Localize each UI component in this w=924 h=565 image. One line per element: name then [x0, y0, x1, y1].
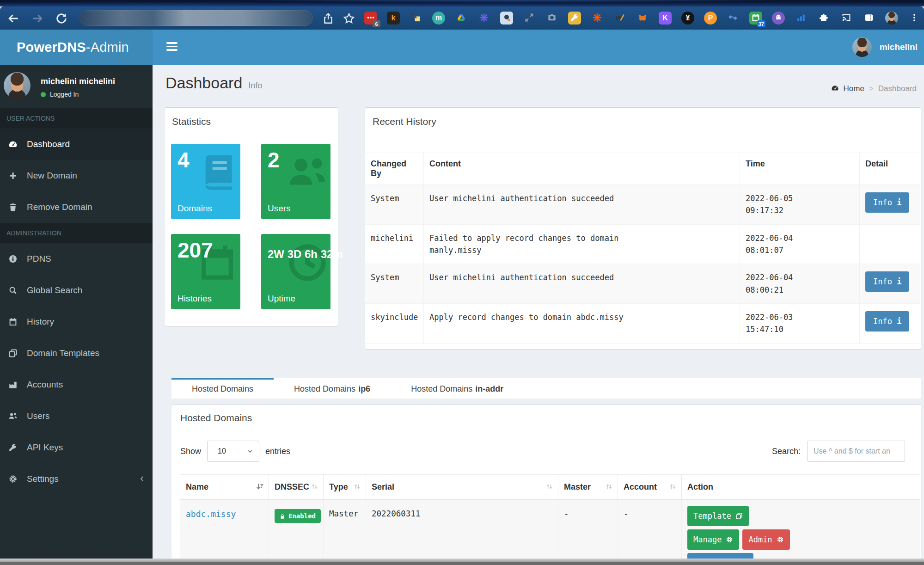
domains-column-dnssec[interactable]: DNSSEC: [269, 475, 324, 499]
highlighter-note-icon[interactable]: [409, 11, 423, 25]
sidebar-nav: USER ACTIONS Dashboard New Domain Remove…: [0, 108, 153, 495]
tab-hosted-domains[interactable]: Hosted Domains: [171, 378, 274, 399]
extensions-puzzle-icon[interactable]: [817, 11, 831, 25]
search-input[interactable]: [808, 441, 905, 462]
tab-hosted-domains-ip6[interactable]: Hosted Domainsip6: [274, 378, 391, 399]
navbar-avatar: [852, 37, 872, 57]
fist-photo-icon[interactable]: [500, 11, 514, 25]
chevron-down-icon: [247, 448, 253, 455]
sidebar-toggle-icon[interactable]: [166, 42, 177, 51]
admin-button[interactable]: Admin: [742, 529, 789, 550]
profile-avatar-icon[interactable]: [885, 11, 899, 25]
sidebar-user-name: michelini michelini: [41, 77, 115, 86]
stat-card-histories[interactable]: 207 Histories: [171, 234, 240, 309]
forward-icon[interactable]: [31, 12, 43, 24]
history-row: michelini Failed to apply record changes…: [365, 225, 920, 264]
keywords-everywhere-icon[interactable]: k: [386, 11, 400, 25]
history-time: 2022-06-0315:47:10: [740, 304, 860, 343]
domains-column-action[interactable]: Action: [682, 475, 920, 499]
recent-history-title: Recent History: [365, 108, 921, 135]
bookmark-star-icon[interactable]: [343, 12, 355, 24]
screenshot-camera-icon[interactable]: [545, 11, 559, 25]
gear-icon: [777, 535, 784, 544]
history-changed-by: skyinclude: [365, 304, 424, 343]
share-icon[interactable]: [322, 12, 334, 24]
search-row: Search:: [772, 441, 905, 462]
sidebar-item-settings[interactable]: Settings: [0, 463, 153, 495]
sort-icon[interactable]: [545, 482, 553, 492]
sidebar-item-new-domain[interactable]: New Domain: [0, 160, 153, 191]
page-size-select[interactable]: 10: [207, 441, 259, 462]
address-bar[interactable]: [80, 10, 313, 26]
history-column-detail: Detail: [860, 153, 920, 184]
info-button[interactable]: Info i: [865, 311, 909, 332]
desktop-wallpaper: [0, 0, 924, 6]
sidebar-item-domain-templates[interactable]: Domain Templates: [0, 338, 153, 369]
calendar-extension-icon[interactable]: 37: [749, 11, 763, 25]
stat-card-users[interactable]: 2 Users: [261, 144, 330, 219]
refresh-icon[interactable]: [55, 12, 67, 24]
k-purple-icon[interactable]: K: [658, 11, 672, 25]
statistics-title: Statistics: [165, 108, 338, 135]
manage-button[interactable]: Manage: [687, 529, 739, 550]
tab-hosted-domains-in-addr[interactable]: Hosted Domainsin-addr: [391, 378, 524, 399]
domains-column-serial[interactable]: Serial: [366, 475, 558, 499]
fullscreen-arrows-icon[interactable]: [522, 11, 536, 25]
sidebar-item-pdns[interactable]: PDNS: [0, 243, 153, 275]
purple-flower-icon[interactable]: [477, 11, 491, 25]
sort-icon[interactable]: [311, 482, 318, 492]
domains-column-master[interactable]: Master: [558, 475, 618, 499]
sidebar-item-remove-domain[interactable]: Remove Domain: [0, 191, 153, 223]
sidebar-item-dashboard[interactable]: Dashboard: [0, 129, 153, 160]
domain-link[interactable]: abdc.missy: [186, 509, 236, 519]
black-coin-icon[interactable]: ¥: [681, 11, 695, 25]
sort-icon[interactable]: [353, 482, 361, 492]
stat-label: Histories: [177, 294, 212, 304]
sidebar-item-api-keys[interactable]: API Keys: [0, 432, 153, 463]
sidebar-user-status: Logged In: [41, 91, 115, 98]
breadcrumb-home-link[interactable]: Home: [844, 84, 864, 93]
template-button[interactable]: Template: [687, 506, 749, 526]
history-row: System User michelini authentication suc…: [365, 185, 920, 225]
w-pencil-icon[interactable]: w: [613, 11, 627, 25]
back-icon[interactable]: [7, 12, 19, 24]
industry-icon: [7, 380, 19, 389]
sidebar-item-history[interactable]: History: [0, 306, 153, 338]
domains-column-type[interactable]: Type: [324, 475, 366, 499]
sort-active-icon[interactable]: [256, 482, 264, 492]
app-logo[interactable]: PowerDNS-Admin: [0, 30, 153, 65]
metamask-fox-icon[interactable]: [636, 11, 649, 25]
side-panel-icon[interactable]: [862, 11, 876, 25]
sidebar-item-users[interactable]: Users: [0, 400, 153, 432]
app-header: PowerDNS-Admin michelini: [0, 30, 924, 65]
patreon-p-icon[interactable]: P: [704, 11, 717, 25]
domains-column-name[interactable]: Name: [180, 475, 269, 499]
medium-m-icon[interactable]: m: [432, 11, 446, 25]
stat-card-domains[interactable]: 4 Domains: [171, 144, 240, 219]
google-drive-icon[interactable]: [454, 11, 468, 25]
analytics-bars-icon[interactable]: [794, 11, 808, 25]
yellow-key-icon[interactable]: [568, 11, 581, 25]
ghostery-icon[interactable]: [771, 11, 785, 25]
sidebar-item-global-search[interactable]: Global Search: [0, 275, 153, 306]
info-button[interactable]: Info i: [865, 271, 909, 292]
stat-card-uptime[interactable]: 2W 3D 6h 32m Uptime: [261, 234, 330, 309]
sort-icon[interactable]: [605, 482, 613, 492]
sort-icon[interactable]: [669, 482, 677, 492]
extension-badge: 6: [373, 20, 380, 27]
stat-label: Domains: [177, 203, 212, 214]
stat-value: 2: [261, 144, 330, 172]
info-button[interactable]: Info i: [865, 192, 909, 213]
domains-column-account[interactable]: Account: [618, 475, 682, 499]
cast-icon[interactable]: [839, 11, 853, 25]
sidebar-avatar: [4, 72, 31, 99]
stat-label: Uptime: [268, 294, 295, 304]
extension-badge: 37: [757, 20, 765, 27]
zapier-icon[interactable]: [590, 11, 604, 25]
browser-menu-icon[interactable]: [907, 11, 921, 25]
satellite-icon[interactable]: [726, 11, 740, 25]
password-manager-icon[interactable]: 6: [364, 11, 378, 25]
navbar-user-menu[interactable]: michelini: [852, 30, 918, 65]
domain-serial-cell: 2022060311: [366, 500, 558, 565]
sidebar-item-accounts[interactable]: Accounts: [0, 369, 153, 400]
